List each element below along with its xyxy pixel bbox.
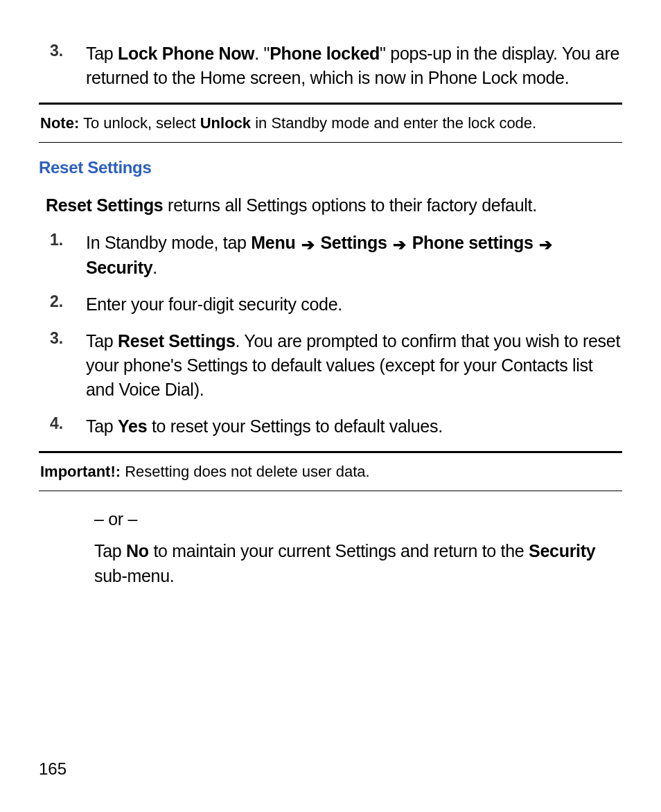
step-content: Enter your four-digit security code. — [86, 292, 342, 317]
page-number: 165 — [39, 759, 67, 779]
step-text: In Standby mode, tap — [86, 233, 251, 252]
reset-settings-rest: returns all Settings options to their fa… — [163, 195, 536, 215]
step-number: 3. — [50, 329, 86, 348]
important-text: Resetting does not delete user data. — [121, 463, 370, 480]
unlock-label: Unlock — [200, 114, 251, 132]
alt-text-suffix: sub-menu. — [94, 566, 174, 585]
step-content: In Standby mode, tap Menu ➔ Settings ➔ P… — [86, 231, 622, 279]
step-3: 3. Tap Reset Settings. You are prompted … — [50, 329, 622, 402]
step-number: 4. — [50, 414, 86, 433]
important-note: Important!: Resetting does not delete us… — [39, 460, 622, 484]
period: . — [152, 258, 157, 277]
step-text-prefix: Tap — [86, 416, 118, 436]
step-number: 3. — [50, 42, 86, 60]
note-label: Note: — [40, 114, 79, 132]
step-text-mid1: . " — [254, 44, 270, 63]
important-label: Important!: — [40, 463, 121, 480]
phone-settings-label: Phone settings — [412, 233, 534, 252]
note-text-after: in Standby mode and enter the lock code. — [251, 114, 536, 132]
step-content: Tap Reset Settings. You are prompted to … — [86, 329, 622, 402]
menu-label: Menu — [251, 233, 295, 252]
note-text-before: To unlock, select — [79, 114, 200, 132]
divider-thin — [39, 491, 622, 491]
reset-settings-heading: Reset Settings — [39, 158, 622, 177]
step-2: 2. Enter your four-digit security code. — [50, 292, 622, 317]
alt-text-prefix: Tap — [94, 541, 126, 561]
step-text-suffix: to reset your Settings to default values… — [147, 416, 443, 436]
alt-text: Tap No to maintain your current Settings… — [94, 538, 622, 589]
arrow-right-icon: ➔ — [301, 233, 315, 256]
alternative-option: – or – Tap No to maintain your current S… — [94, 506, 622, 589]
lock-phone-steps: 3. Tap Lock Phone Now. "Phone locked" po… — [50, 42, 622, 90]
step-3-lock: 3. Tap Lock Phone Now. "Phone locked" po… — [50, 42, 622, 90]
divider-thick — [39, 103, 622, 105]
arrow-right-icon: ➔ — [393, 233, 406, 256]
yes-label: Yes — [118, 416, 147, 436]
or-separator: – or – — [94, 506, 622, 531]
step-1: 1. In Standby mode, tap Menu ➔ Settings … — [50, 231, 622, 279]
reset-settings-intro: Reset Settings returns all Settings opti… — [46, 194, 622, 218]
step-4: 4. Tap Yes to reset your Settings to def… — [50, 414, 622, 439]
step-number: 1. — [50, 231, 86, 249]
security-submenu-label: Security — [529, 541, 595, 561]
alt-text-mid: to maintain your current Settings and re… — [149, 541, 529, 561]
phone-locked-label: Phone locked — [270, 44, 380, 63]
security-label: Security — [86, 258, 152, 277]
reset-settings-steps: 1. In Standby mode, tap Menu ➔ Settings … — [50, 231, 622, 438]
no-label: No — [126, 541, 149, 561]
divider-thick — [39, 451, 622, 453]
step-number: 2. — [50, 292, 86, 311]
step-text-prefix: Tap — [86, 44, 118, 63]
step-text-prefix: Tap — [86, 331, 118, 351]
reset-settings-label: Reset Settings — [118, 331, 235, 351]
divider-thin — [39, 142, 622, 143]
arrow-right-icon: ➔ — [539, 233, 552, 256]
lock-phone-now-label: Lock Phone Now — [118, 44, 254, 63]
reset-settings-bold: Reset Settings — [46, 195, 163, 215]
settings-label: Settings — [320, 233, 387, 252]
step-content: Tap Lock Phone Now. "Phone locked" pops-… — [86, 42, 622, 90]
note-unlock: Note: To unlock, select Unlock in Standb… — [39, 112, 622, 135]
step-content: Tap Yes to reset your Settings to defaul… — [86, 414, 443, 439]
